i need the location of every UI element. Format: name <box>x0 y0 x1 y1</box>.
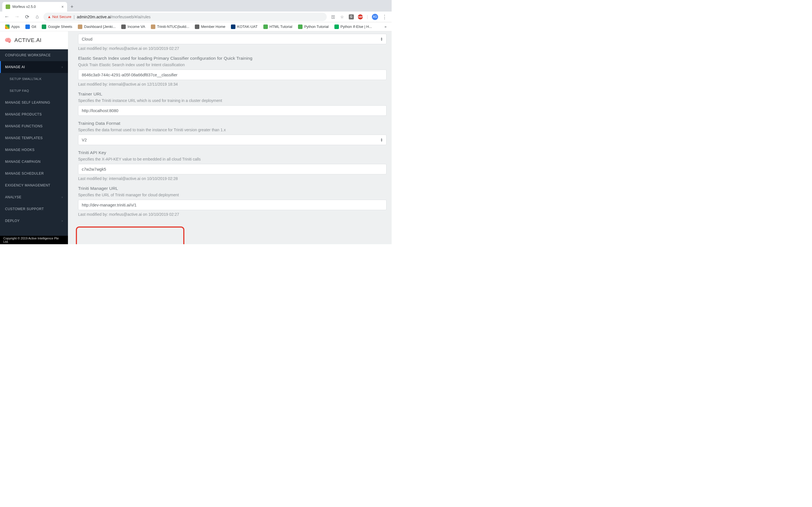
bookmark-label: Google Sheets <box>48 24 72 29</box>
home-button[interactable]: ⌂ <box>33 14 41 20</box>
address-bar[interactable]: ▲ Not Secure | admin20m.active.ai/morfeu… <box>43 13 327 21</box>
field-desc: Specifies the URL of Triniti manager for… <box>78 193 387 197</box>
sidebar-item[interactable]: MANAGE PRODUCTS <box>0 108 68 120</box>
bookmark-label: Python If-Else | H... <box>341 24 372 29</box>
sidebar: 🧠 ACTIVE.AI CONFIGURE WORKSPACEMANAGE AI… <box>0 31 68 244</box>
sidebar-item[interactable]: MANAGE SCHEDULER <box>0 168 68 179</box>
sidebar-item-label: SETUP SMALLTALK <box>10 77 42 80</box>
sidebar-item[interactable]: MANAGE SELF LEARNING <box>0 97 68 108</box>
sidebar-item[interactable]: MANAGE TEMPLATES <box>0 132 68 144</box>
tab-title: Morfeus v2.5.0 <box>12 5 59 9</box>
select-training-format[interactable]: V2 ▲▼ <box>78 135 387 145</box>
sidebar-item-label: MANAGE FUNCTIONS <box>5 124 43 128</box>
modified-text: Last modified by: internal@active.ai on … <box>78 82 387 87</box>
sidebar-item-label: CUSTOMER SUPPORT <box>5 207 44 211</box>
browser-toolbar: ← → ⟳ ⌂ ▲ Not Secure | admin20m.active.a… <box>0 11 392 22</box>
sidebar-item[interactable]: DEPLOY› <box>0 215 68 227</box>
browser-tab[interactable]: Morfeus v2.5.0 × <box>2 2 67 11</box>
sidebar-item[interactable]: CONFIGURE WORKSPACE <box>0 49 68 61</box>
bookmark-label: Triniti-NTUC(build... <box>157 24 189 29</box>
extension-abp-icon[interactable]: ABP <box>358 14 363 19</box>
sidebar-item-label: CONFIGURE WORKSPACE <box>5 53 51 57</box>
new-tab-button[interactable]: + <box>67 4 77 11</box>
bookmark-icon <box>298 24 303 29</box>
sidebar-item-label: MANAGE HOOKS <box>5 148 35 152</box>
bookmark-icon <box>26 24 30 29</box>
reload-button[interactable]: ⟳ <box>23 14 31 20</box>
main-content[interactable]: Cloud ▲▼ Last modified by: morfeus@activ… <box>68 31 392 244</box>
bookmark-label: KOTAK-UAT <box>237 24 257 29</box>
extension-g-icon[interactable]: G <box>349 14 354 19</box>
field-desc: Specifies the Triniti instance URL which… <box>78 98 387 103</box>
bookmark-item[interactable]: KOTAK-UAT <box>229 24 260 29</box>
bookmark-item[interactable]: Python Tutorial <box>296 24 331 29</box>
sidebar-subitem[interactable]: SETUP FAQ <box>0 85 68 97</box>
select-arrows-icon: ▲▼ <box>380 138 383 142</box>
bookmark-item[interactable]: Python If-Else | H... <box>332 24 374 29</box>
bookmark-star-icon[interactable]: ☆ <box>340 14 345 19</box>
sidebar-item[interactable]: MANAGE HOOKS <box>0 144 68 156</box>
sidebar-item-label: MANAGE SCHEDULER <box>5 172 44 175</box>
sidebar-item-label: MANAGE SELF LEARNING <box>5 101 50 105</box>
modified-text: Last modified by: internal@active.ai on … <box>78 176 387 181</box>
sidebar-item-label: MANAGE AI <box>5 65 25 69</box>
input-es-index[interactable]: 8646c3a9-744c-4291-a05f-08a66df837ce__cl… <box>78 69 387 80</box>
field-desc: Quick Train Elastic Search index used fo… <box>78 62 387 67</box>
field-cloud: Cloud ▲▼ Last modified by: morfeus@activ… <box>78 34 387 51</box>
bookmarks-overflow-icon[interactable]: » <box>382 24 389 29</box>
apps-icon <box>5 24 10 29</box>
bookmark-item[interactable]: Income VA <box>119 24 147 29</box>
input-api-key[interactable]: c7w2w7wgk5 <box>78 164 387 174</box>
bookmark-item[interactable]: Google Sheets <box>40 24 74 29</box>
select-cloud[interactable]: Cloud ▲▼ <box>78 34 387 44</box>
security-warning: ▲ Not Secure <box>47 15 71 19</box>
sidebar-item[interactable]: CUSTOMER SUPPORT <box>0 203 68 215</box>
apps-label: Apps <box>11 24 20 29</box>
browser-chrome: Morfeus v2.5.0 × + ← → ⟳ ⌂ ▲ Not Secure … <box>0 0 392 31</box>
warning-icon: ▲ <box>47 15 51 19</box>
bookmark-label: Income VA <box>128 24 145 29</box>
app-root: 🧠 ACTIVE.AI CONFIGURE WORKSPACEMANAGE AI… <box>0 31 392 244</box>
sidebar-subitem[interactable]: SETUP SMALLTALK <box>0 73 68 85</box>
field-manager-url: Triniti Manager URL Specifies the URL of… <box>78 186 387 217</box>
forward-button[interactable]: → <box>13 14 21 20</box>
bookmark-label: Dashboard [Jenki... <box>84 24 116 29</box>
bookmark-label: Git <box>32 24 36 29</box>
sidebar-item[interactable]: EXIGENCY MANAGEMENT <box>0 179 68 191</box>
input-trainer-url[interactable]: http://localhost:8080 <box>78 105 387 116</box>
modified-text: Last modified by: morfeus@active.ai on 1… <box>78 46 387 51</box>
modified-text: Last modified by: morfeus@active.ai on 1… <box>78 212 387 217</box>
bookmark-item[interactable]: Git <box>23 24 39 29</box>
field-title: Training Data Format <box>78 121 387 126</box>
sidebar-item[interactable]: MANAGE CAMPAIGN <box>0 156 68 168</box>
select-value: V2 <box>82 138 87 142</box>
profile-avatar[interactable]: AG <box>372 14 378 20</box>
field-title: Triniti Manager URL <box>78 186 387 191</box>
chevron-right-icon: › <box>62 65 63 69</box>
sidebar-item-label: ANALYSE <box>5 195 21 199</box>
sidebar-item-label: DEPLOY <box>5 219 20 223</box>
brand-name: ACTIVE.AI <box>14 37 42 43</box>
sidebar-item-label: EXIGENCY MANAGEMENT <box>5 183 50 187</box>
close-tab-icon[interactable]: × <box>61 4 64 9</box>
sidebar-item[interactable]: ANALYSE› <box>0 191 68 203</box>
chevron-right-icon: › <box>62 195 63 199</box>
favicon <box>6 4 10 9</box>
bookmark-item[interactable]: Triniti-NTUC(build... <box>149 24 192 29</box>
chevron-right-icon: › <box>62 219 63 223</box>
bookmark-icon <box>195 24 199 29</box>
sidebar-item[interactable]: MANAGE FUNCTIONS <box>0 120 68 132</box>
back-button[interactable]: ← <box>3 14 11 20</box>
sidebar-nav: CONFIGURE WORKSPACEMANAGE AI›SETUP SMALL… <box>0 49 68 244</box>
apps-button[interactable]: Apps <box>3 24 22 29</box>
bookmark-item[interactable]: Dashboard [Jenki... <box>75 24 118 29</box>
bookmark-item[interactable]: Member Home <box>193 24 227 29</box>
input-manager-url[interactable]: http://dev-manager.triniti.ai/v/1 <box>78 200 387 210</box>
key-icon[interactable]: ⚿ <box>331 14 336 19</box>
bookmark-item[interactable]: HTML Tutorial <box>261 24 295 29</box>
browser-menu-icon[interactable]: ⋮ <box>382 14 387 20</box>
brand[interactable]: 🧠 ACTIVE.AI <box>0 31 68 49</box>
brand-logo-icon: 🧠 <box>4 37 11 44</box>
sidebar-item[interactable]: MANAGE AI› <box>0 61 68 73</box>
tab-strip: Morfeus v2.5.0 × + <box>0 0 392 11</box>
